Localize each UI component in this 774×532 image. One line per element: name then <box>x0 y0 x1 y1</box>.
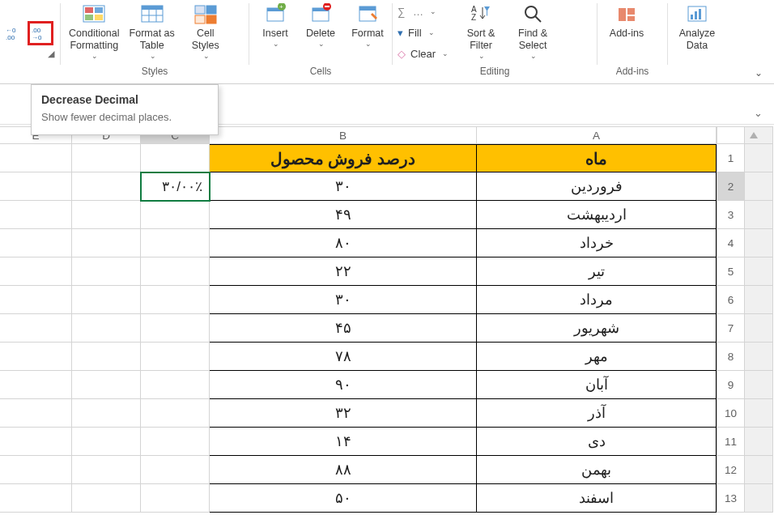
row-header-7[interactable]: 7 <box>717 314 745 343</box>
row-header-6[interactable]: 6 <box>717 286 745 314</box>
sort-filter-button[interactable]: AZ Sort & Filter ⌄ <box>457 0 505 60</box>
row-header-8[interactable]: 8 <box>717 343 745 371</box>
cell-D10[interactable] <box>72 399 141 428</box>
conditional-formatting-button[interactable]: Conditional Formatting ⌄ <box>66 0 123 60</box>
cell-A12[interactable]: بهمن <box>477 456 717 484</box>
col-header-A[interactable]: A <box>477 126 717 144</box>
cell-D11[interactable] <box>72 428 141 456</box>
cell-E6[interactable] <box>0 286 72 314</box>
cell-D6[interactable] <box>72 286 141 314</box>
cell-E12[interactable] <box>0 456 72 484</box>
cell-B1[interactable]: درصد فروش محصول <box>210 144 477 172</box>
cell-A4[interactable]: خرداد <box>477 229 717 257</box>
delete-button[interactable]: Delete ⌄ <box>300 0 342 48</box>
row-header-10[interactable]: 10 <box>717 399 745 428</box>
cell-D5[interactable] <box>72 257 141 286</box>
analyze-data-button[interactable]: Analyze Data <box>673 0 721 52</box>
cell-C8[interactable] <box>141 343 210 371</box>
fill-button[interactable]: ▾ Fill⌄ <box>398 23 449 42</box>
row-header-11[interactable]: 11 <box>717 428 745 456</box>
autosum-button[interactable]: ∑ …⌄ <box>398 2 449 21</box>
clear-button[interactable]: ◇ Clear⌄ <box>398 44 449 63</box>
select-all-corner[interactable] <box>717 126 745 144</box>
cell-E8[interactable] <box>0 343 72 371</box>
cell-C2[interactable]: ٣٠/٠٠٪ <box>141 172 210 201</box>
format-as-table-button[interactable]: Format as Table ⌄ <box>126 0 178 60</box>
cell-B4[interactable]: ۸۰ <box>210 229 477 257</box>
cell-B2[interactable]: ٣٠ <box>210 172 477 201</box>
row-header-4[interactable]: 4 <box>717 229 745 257</box>
cell-E4[interactable] <box>0 229 72 257</box>
row-header-3[interactable]: 3 <box>717 201 745 229</box>
cell-E5[interactable] <box>0 257 72 286</box>
cell-D13[interactable] <box>72 484 141 513</box>
cell-C7[interactable] <box>141 314 210 343</box>
cell-D1[interactable] <box>72 144 141 172</box>
cell-B5[interactable]: ۲۲ <box>210 257 477 286</box>
cell-A13[interactable]: اسفند <box>477 484 717 513</box>
number-dialog-launcher[interactable]: ◢ <box>45 49 57 60</box>
cell-A9[interactable]: آبان <box>477 371 717 399</box>
cell-E9[interactable] <box>0 371 72 399</box>
cell-C6[interactable] <box>141 286 210 314</box>
find-select-button[interactable]: Find & Select ⌄ <box>508 0 557 60</box>
cell-D12[interactable] <box>72 456 141 484</box>
cell-A7[interactable]: شهریور <box>477 314 717 343</box>
cell-D3[interactable] <box>72 201 141 229</box>
cell-D4[interactable] <box>72 229 141 257</box>
row-header-1[interactable]: 1 <box>717 144 745 172</box>
cell-C5[interactable] <box>141 257 210 286</box>
addins-button[interactable]: Add-ins <box>602 0 651 40</box>
cell-A1[interactable]: ماه <box>477 144 717 172</box>
cell-A10[interactable]: آذر <box>477 399 717 428</box>
cell-D2[interactable] <box>72 172 141 201</box>
cell-B3[interactable]: ۴۹ <box>210 201 477 229</box>
format-button[interactable]: Format ⌄ <box>345 0 390 48</box>
worksheet-grid[interactable]: E D C B A درصد فروش محصولماه1٣٠/٠٠٪٣٠فرو… <box>0 126 774 513</box>
cell-D8[interactable] <box>72 343 141 371</box>
collapse-ribbon-button[interactable]: ⌄ <box>751 67 766 79</box>
row-header-5[interactable]: 5 <box>717 257 745 286</box>
decrease-decimal-button[interactable]: .00→0 <box>29 23 52 44</box>
cell-A6[interactable]: مرداد <box>477 286 717 314</box>
cell-B12[interactable]: ۸۸ <box>210 456 477 484</box>
expand-formula-bar-button[interactable]: ⌄ <box>754 107 763 119</box>
cell-styles-button[interactable]: Cell Styles ⌄ <box>181 0 230 60</box>
cell-A3[interactable]: اردیبهشت <box>477 201 717 229</box>
cell-B11[interactable]: ۱۴ <box>210 428 477 456</box>
cell-B9[interactable]: ۹۰ <box>210 371 477 399</box>
cell-E11[interactable] <box>0 428 72 456</box>
vertical-scrollbar[interactable] <box>745 126 773 144</box>
row-header-2[interactable]: 2 <box>717 172 745 201</box>
col-header-B[interactable]: B <box>210 126 477 144</box>
cell-C10[interactable] <box>141 399 210 428</box>
cell-B13[interactable]: ۵۰ <box>210 484 477 513</box>
cell-E3[interactable] <box>0 201 72 229</box>
cell-E1[interactable] <box>0 144 72 172</box>
cell-E7[interactable] <box>0 314 72 343</box>
cell-C1[interactable] <box>141 144 210 172</box>
cell-E10[interactable] <box>0 399 72 428</box>
cell-B8[interactable]: ۷۸ <box>210 343 477 371</box>
cell-C9[interactable] <box>141 371 210 399</box>
cell-A8[interactable]: مهر <box>477 343 717 371</box>
cell-A5[interactable]: تیر <box>477 257 717 286</box>
cell-A2[interactable]: فروردین <box>477 172 717 201</box>
cell-C4[interactable] <box>141 229 210 257</box>
cell-D9[interactable] <box>72 371 141 399</box>
increase-decimal-button[interactable]: ←0.00 <box>3 23 26 44</box>
cell-C11[interactable] <box>141 428 210 456</box>
row-header-13[interactable]: 13 <box>717 484 745 513</box>
row-header-12[interactable]: 12 <box>717 456 745 484</box>
cell-B10[interactable]: ۳۲ <box>210 399 477 428</box>
cell-A11[interactable]: دی <box>477 428 717 456</box>
cell-B7[interactable]: ۴۵ <box>210 314 477 343</box>
cell-C12[interactable] <box>141 456 210 484</box>
cell-D7[interactable] <box>72 314 141 343</box>
insert-button[interactable]: + Insert ⌄ <box>254 0 296 48</box>
cell-E13[interactable] <box>0 484 72 513</box>
row-header-9[interactable]: 9 <box>717 371 745 399</box>
cell-C13[interactable] <box>141 484 210 513</box>
cell-E2[interactable] <box>0 172 72 201</box>
cell-C3[interactable] <box>141 201 210 229</box>
